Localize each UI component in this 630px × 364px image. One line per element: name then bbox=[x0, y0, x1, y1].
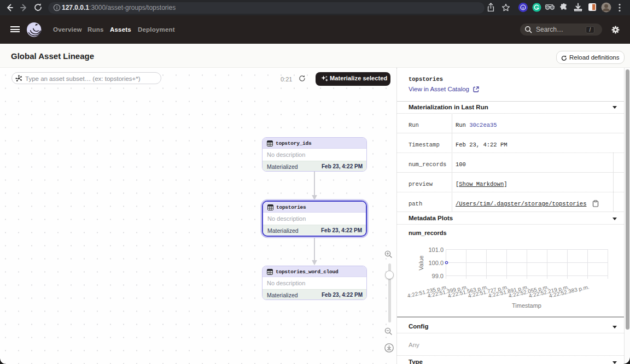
svg-text:101.0: 101.0 bbox=[428, 246, 444, 253]
svg-text:Value: Value bbox=[418, 255, 424, 270]
svg-text:99.0: 99.0 bbox=[432, 273, 444, 279]
svg-text:Timestamp: Timestamp bbox=[512, 302, 541, 309]
svg-text:4:22:52.383 p.m.: 4:22:52.383 p.m. bbox=[549, 284, 590, 299]
svg-text:100.0: 100.0 bbox=[428, 260, 444, 266]
